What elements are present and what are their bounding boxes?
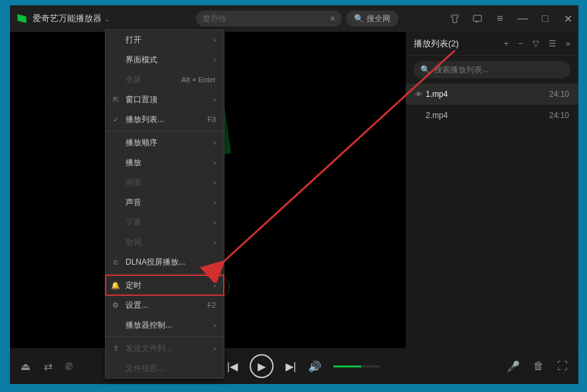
close-icon[interactable]: ✕ xyxy=(562,13,573,24)
next-icon[interactable]: ▶| xyxy=(286,360,296,373)
menu-ui-mode[interactable]: 界面模式› xyxy=(106,50,224,70)
search-area: 楚乔传 × 🔍 搜全网 xyxy=(196,11,398,27)
search-input[interactable]: 楚乔传 × xyxy=(196,11,342,27)
playlist-list-icon[interactable]: ☰ xyxy=(548,38,556,48)
mic-icon[interactable]: 🎤 xyxy=(507,360,520,373)
playlist-search-input[interactable]: 🔍 搜索播放列表... xyxy=(414,61,570,78)
minimize-icon[interactable]: — xyxy=(517,13,528,24)
play-button[interactable]: ▶ xyxy=(250,354,274,378)
playlist-item[interactable]: 👁 1.mp4 24:10 xyxy=(406,84,578,105)
bell-icon: 🔔 xyxy=(111,281,120,290)
eye-icon: 👁 xyxy=(415,90,426,98)
maximize-icon[interactable]: □ xyxy=(540,13,550,24)
loop-icon[interactable]: ⇄ xyxy=(44,360,52,373)
menu-audio[interactable]: 声音› xyxy=(106,192,224,212)
context-menu: 打开› 界面模式› 全屏Alt + Enter ⇱窗口置顶› ✓播放列表...F… xyxy=(105,29,224,379)
menu-play[interactable]: 播放› xyxy=(106,153,224,172)
pin-icon: ⇱ xyxy=(111,96,120,104)
check-icon: ✓ xyxy=(111,115,120,124)
app-window: 爱奇艺万能播放器 ⌄ 楚乔传 × 🔍 搜全网 ≡ — □ ✕ 艺 xyxy=(10,5,578,384)
svg-rect-0 xyxy=(473,15,481,21)
delete-icon[interactable]: 🗑 xyxy=(533,360,544,373)
menu-timer[interactable]: 🔔定时› xyxy=(106,275,224,295)
app-logo-icon xyxy=(15,12,29,25)
volume-icon[interactable]: 🔊 xyxy=(308,360,321,373)
playlist-add-icon[interactable]: + xyxy=(504,38,509,48)
menu-always-top[interactable]: ⇱窗口置顶› xyxy=(106,90,224,109)
share-icon: ⇪ xyxy=(111,344,120,353)
menu-play-order[interactable]: 播放顺序› xyxy=(106,133,224,153)
clear-icon[interactable]: × xyxy=(330,13,335,24)
playlist-filter-icon[interactable]: ▽ xyxy=(533,38,539,48)
menu-lyrics[interactable]: 歌词› xyxy=(106,232,224,252)
eject-icon[interactable]: ⏏ xyxy=(21,360,31,373)
menu-open[interactable]: 打开› xyxy=(106,30,224,50)
playlist-items: 👁 1.mp4 24:10 2.mp4 24:10 xyxy=(406,84,578,348)
menu-fullscreen[interactable]: 全屏Alt + Enter xyxy=(106,70,224,90)
menu-send-file[interactable]: ⇪发送文件到...› xyxy=(106,338,224,358)
bottombar: ⏏ ⇄ ⎚ ■ |◀ ▶ ▶| 🔊 🎤 🗑 ⛶ xyxy=(10,348,578,384)
titlebar: 爱奇艺万能播放器 ⌄ 楚乔传 × 🔍 搜全网 ≡ — □ ✕ xyxy=(10,5,578,32)
menu-dlna[interactable]: ⎚DLNA投屏播放... xyxy=(106,252,224,272)
menu-icon[interactable]: ≡ xyxy=(495,13,505,24)
menu-playlist[interactable]: ✓播放列表...F3 xyxy=(106,109,224,129)
menu-subtitle[interactable]: 字幕› xyxy=(106,212,224,232)
menu-settings[interactable]: ⚙设置...F2 xyxy=(106,295,224,315)
shirt-icon[interactable] xyxy=(450,13,460,24)
content-area: 艺 放 器 ⌄ 播放列表(2) + − ▽ ☰ » 🔍 搜 xyxy=(10,32,578,348)
prev-icon[interactable]: |◀ xyxy=(227,360,238,373)
menu-file-info[interactable]: 文件信息... xyxy=(106,358,224,378)
volume-slider[interactable] xyxy=(333,365,380,367)
playlist-collapse-icon[interactable]: » xyxy=(566,38,570,48)
chat-icon[interactable] xyxy=(472,13,483,24)
title-dropdown-icon[interactable]: ⌄ xyxy=(104,15,110,23)
fullscreen-icon[interactable]: ⛶ xyxy=(557,360,568,373)
playlist-remove-icon[interactable]: − xyxy=(518,38,523,48)
title-actions: ≡ — □ ✕ xyxy=(450,13,573,24)
playlist-header: 播放列表(2) + − ▽ ☰ » xyxy=(406,32,578,56)
app-title: 爱奇艺万能播放器 xyxy=(33,13,102,25)
playlist-title: 播放列表(2) xyxy=(414,38,459,50)
search-icon: 🔍 xyxy=(354,14,364,23)
search-icon: 🔍 xyxy=(420,65,430,74)
playlist-item[interactable]: 2.mp4 24:10 xyxy=(406,105,578,126)
menu-picture[interactable]: 画面› xyxy=(106,172,224,192)
playlist-panel: 播放列表(2) + − ▽ ☰ » 🔍 搜索播放列表... 👁 1.mp4 24… xyxy=(406,32,578,348)
cast-icon: ⎚ xyxy=(111,258,120,266)
gear-icon: ⚙ xyxy=(111,301,120,310)
search-web-button[interactable]: 🔍 搜全网 xyxy=(346,11,398,27)
monitor-icon[interactable]: ⎚ xyxy=(66,360,72,373)
menu-player-ctrl[interactable]: 播放器控制...› xyxy=(106,315,224,335)
